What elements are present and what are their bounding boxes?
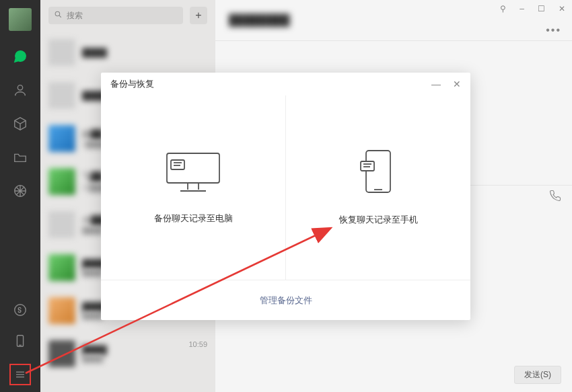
cube-icon[interactable]	[12, 116, 28, 132]
contacts-icon[interactable]	[12, 82, 28, 98]
add-button[interactable]: +	[190, 7, 207, 24]
search-icon	[54, 10, 63, 21]
modal-minimize-icon[interactable]: —	[431, 79, 441, 89]
folder-icon[interactable]	[12, 149, 28, 165]
moments-icon[interactable]	[12, 183, 28, 199]
restore-to-phone-label: 恢复聊天记录至手机	[339, 214, 418, 226]
chat-avatar	[48, 211, 75, 238]
avatar[interactable]	[9, 8, 32, 31]
minimize-icon[interactable]: –	[520, 4, 524, 13]
maximize-icon[interactable]: ☐	[538, 4, 545, 13]
chat-icon[interactable]	[12, 48, 28, 65]
restore-to-phone-option[interactable]: 恢复聊天记录至手机	[285, 95, 470, 280]
send-button[interactable]: 发送(S)	[514, 366, 561, 384]
list-item[interactable]: ████ ████ 10:59	[40, 332, 215, 375]
chat-preview: ████	[82, 355, 182, 363]
chat-avatar	[48, 340, 75, 367]
miniprogram-icon[interactable]	[12, 302, 28, 318]
manage-backup-link[interactable]: 管理备份文件	[260, 295, 312, 307]
search-placeholder: 搜索	[67, 10, 83, 22]
svg-rect-24	[361, 161, 374, 171]
svg-point-0	[17, 85, 22, 90]
chat-time: 10:59	[188, 340, 207, 348]
chat-name: ████	[82, 345, 182, 355]
chat-avatar	[48, 297, 75, 324]
svg-rect-19	[171, 160, 184, 169]
window-controls: ⚲ – ☐ ✕	[500, 4, 565, 13]
svg-line-9	[59, 15, 61, 17]
chat-name: ████	[82, 48, 201, 58]
svg-point-8	[55, 11, 60, 16]
pin-icon[interactable]: ⚲	[500, 4, 506, 13]
call-icon[interactable]	[549, 190, 561, 204]
backup-to-pc-option[interactable]: 备份聊天记录至电脑	[101, 95, 285, 280]
modal-close-icon[interactable]: ✕	[453, 79, 461, 89]
backup-to-pc-label: 备份聊天记录至电脑	[154, 212, 233, 225]
pc-icon	[164, 151, 222, 196]
chat-avatar	[48, 254, 75, 281]
close-icon[interactable]: ✕	[559, 4, 565, 13]
nav-sidebar	[0, 0, 40, 392]
search-input[interactable]: 搜索	[48, 7, 183, 24]
more-icon[interactable]: •••	[546, 24, 561, 36]
phone-icon[interactable]	[12, 333, 28, 349]
chat-title: ████████	[229, 14, 290, 26]
list-item[interactable]: ████	[40, 31, 215, 74]
menu-button[interactable]	[9, 364, 31, 385]
chat-avatar	[48, 39, 75, 66]
chat-avatar	[48, 125, 75, 152]
backup-restore-modal: 备份与恢复 — ✕ 备份聊天记录至电脑 恢复聊天记录至手机 管理备份文件	[101, 73, 470, 320]
chat-avatar	[48, 168, 75, 195]
chat-avatar	[48, 82, 75, 109]
modal-title: 备份与恢复	[110, 78, 154, 90]
phone-restore-icon	[359, 149, 397, 198]
svg-rect-22	[366, 151, 390, 192]
